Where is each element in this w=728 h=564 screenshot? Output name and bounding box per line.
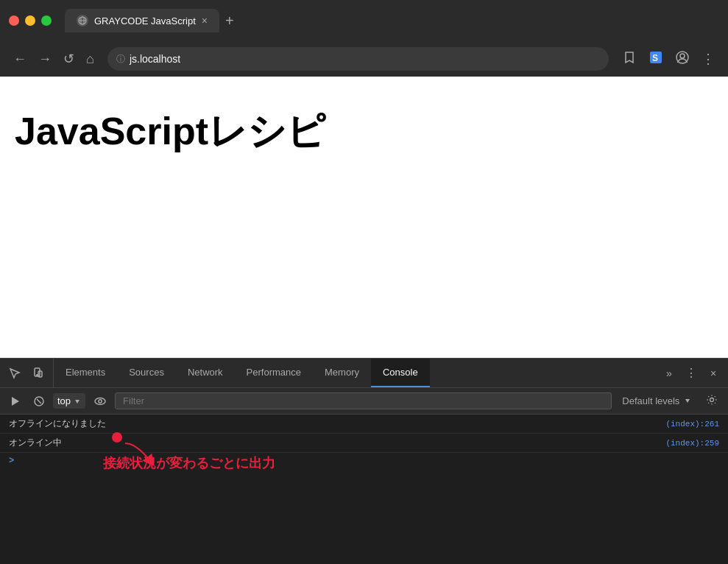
nav-bar: ← → ↺ ⌂ ⓘ js.localhost S <box>0 41 728 77</box>
tab-performance[interactable]: Performance <box>235 359 313 387</box>
maximize-window-button[interactable] <box>41 15 52 26</box>
tab-elements[interactable]: Elements <box>54 359 117 387</box>
home-button[interactable]: ⌂ <box>82 49 99 70</box>
console-line-text: オフラインになりました <box>9 417 665 430</box>
console-line-text: オンライン中 <box>9 437 665 449</box>
devtools-options-button[interactable]: ⋮ <box>681 363 702 384</box>
nav-actions: S ⋮ <box>618 47 719 71</box>
back-button[interactable]: ← <box>9 49 31 70</box>
new-tab-button[interactable]: + <box>225 13 234 29</box>
tab-area: GRAYCODE JavaScript × + <box>65 9 719 32</box>
devtools-left-icons <box>0 359 54 387</box>
devtools-console-bar: top Default levels <box>0 388 728 415</box>
devtools-console-output[interactable]: オフラインになりました (index):261 オンライン中 (index):2… <box>0 415 728 564</box>
active-tab[interactable]: GRAYCODE JavaScript × <box>65 9 219 32</box>
svg-point-9 <box>37 374 38 376</box>
secure-icon: ⓘ <box>116 53 125 66</box>
devtools-close-button[interactable]: × <box>703 363 724 384</box>
traffic-lights <box>9 15 52 26</box>
device-toolbar-button[interactable] <box>28 363 49 384</box>
page-body: JavaScriptレシピ <box>0 77 728 358</box>
page-content: JavaScriptレシピ <box>0 77 728 564</box>
menu-button[interactable]: ⋮ <box>697 48 719 70</box>
tab-memory[interactable]: Memory <box>313 359 371 387</box>
devtools-toolbar: Elements Sources Network Performance Mem… <box>0 359 728 388</box>
browser-window: GRAYCODE JavaScript × + ← → ↺ ⌂ ⓘ js.loc… <box>0 0 728 564</box>
console-play-button[interactable] <box>6 394 25 409</box>
console-line-ref[interactable]: (index):259 <box>665 439 719 448</box>
address-text: js.localhost <box>130 53 600 65</box>
reload-button[interactable]: ↺ <box>59 48 79 70</box>
svg-point-17 <box>710 398 714 401</box>
svg-point-15 <box>99 399 102 402</box>
tab-close-button[interactable]: × <box>202 15 208 27</box>
minimize-window-button[interactable] <box>25 15 35 26</box>
svg-marker-16 <box>685 399 690 403</box>
tab-console[interactable]: Console <box>371 359 430 387</box>
tab-network[interactable]: Network <box>176 359 235 387</box>
address-bar[interactable]: ⓘ js.localhost <box>107 47 609 71</box>
console-prompt: > <box>9 456 14 466</box>
console-filter-input[interactable] <box>115 392 612 409</box>
annotation-dot <box>112 432 122 443</box>
devtools-panel: Elements Sources Network Performance Mem… <box>0 358 728 564</box>
console-line-ref[interactable]: (index):261 <box>665 420 719 429</box>
console-settings-button[interactable] <box>702 392 722 411</box>
more-tabs-button[interactable]: » <box>659 363 679 384</box>
default-levels-button[interactable]: Default levels <box>616 393 697 409</box>
console-context-select[interactable]: top <box>53 393 85 409</box>
devtools-tabs: Elements Sources Network Performance Mem… <box>54 359 654 387</box>
svg-line-12 <box>37 399 41 403</box>
tab-title: GRAYCODE JavaScript <box>94 15 196 27</box>
forward-button[interactable]: → <box>34 49 56 70</box>
bookmark-button[interactable] <box>618 47 641 71</box>
inspect-element-button[interactable] <box>4 363 25 384</box>
profile-button[interactable] <box>671 47 694 71</box>
svg-marker-13 <box>75 400 79 403</box>
console-eye-button[interactable] <box>90 395 110 408</box>
console-line: オフラインになりました (index):261 <box>0 415 728 434</box>
page-heading: JavaScriptレシピ <box>15 106 713 158</box>
context-label: top <box>57 395 71 406</box>
devtools-right-icons: » ⋮ × <box>654 359 728 387</box>
title-bar: GRAYCODE JavaScript × + <box>0 0 728 41</box>
svg-marker-10 <box>12 397 19 406</box>
s-extension-button[interactable]: S <box>644 47 668 71</box>
svg-point-14 <box>95 398 105 404</box>
console-line: オンライン中 (index):259 接続状況が変わるごとに出力 <box>0 434 728 453</box>
tab-favicon <box>77 15 88 27</box>
tab-sources[interactable]: Sources <box>117 359 176 387</box>
svg-point-6 <box>680 54 685 58</box>
svg-text:S: S <box>652 53 658 63</box>
console-clear-button[interactable] <box>29 394 49 409</box>
annotation-text: 接続状況が変わるごとに出力 <box>103 454 275 472</box>
close-window-button[interactable] <box>9 15 19 26</box>
